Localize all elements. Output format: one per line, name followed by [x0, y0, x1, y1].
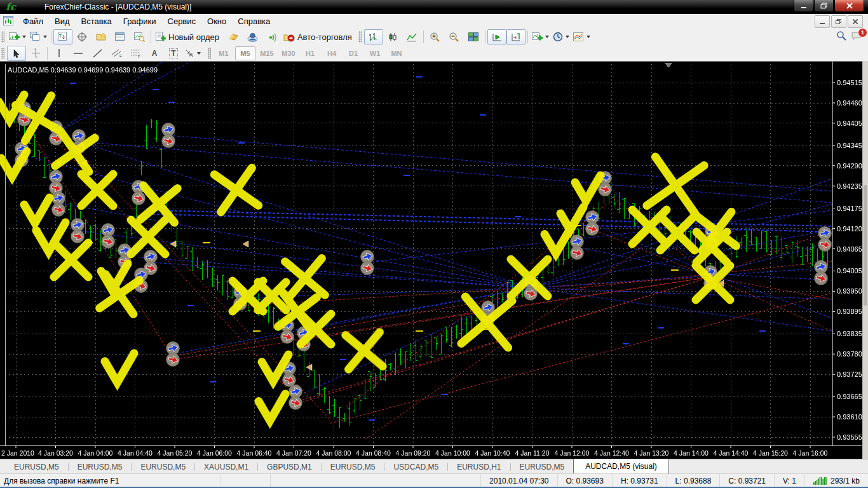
svg-text:0.94005: 0.94005 [837, 267, 862, 274]
svg-text:4 Jan 08:40: 4 Jan 08:40 [356, 449, 391, 457]
scrollbar-thumb[interactable] [864, 185, 867, 306]
community-button[interactable] [243, 29, 262, 44]
strategy-tester-button[interactable] [130, 29, 149, 44]
restore-window-icon[interactable] [814, 0, 834, 12]
timeframe-button-w1[interactable]: W1 [365, 46, 385, 60]
candlestick-chart-button[interactable] [383, 29, 402, 44]
timeframe-button-h1[interactable]: H1 [300, 46, 320, 60]
menu-item-1[interactable]: Вид [49, 15, 76, 28]
menu-bar: ФайлВидВставкаГрафикиСервисОкноСправка [0, 14, 868, 29]
horizontal-line-tool-button[interactable] [69, 46, 88, 61]
svg-text:4 Jan 10:00: 4 Jan 10:00 [435, 449, 470, 457]
cross-annotation [346, 332, 383, 370]
time-scale[interactable]: 2 Jan 20104 Jan 03:204 Jan 04:004 Jan 04… [1, 445, 828, 457]
data-window-button[interactable] [72, 29, 92, 44]
toolbar-grip[interactable] [1, 48, 4, 59]
chart-tab-2[interactable]: EURUSD,M5 [132, 459, 194, 474]
fibonacci-tool-button[interactable]: F [126, 46, 145, 61]
mdi-window-controls [815, 15, 863, 28]
menu-item-2[interactable]: Вставка [76, 15, 118, 28]
auto-scroll-button[interactable] [487, 29, 506, 44]
autotrade-button[interactable]: Авто-торговля [281, 29, 357, 44]
periods-button[interactable] [551, 29, 571, 44]
bar-chart-button[interactable] [364, 29, 383, 44]
toolbar-right-icons: 1 [836, 29, 863, 45]
metaeditor-button[interactable] [224, 29, 243, 44]
new-order-button[interactable]: Новый ордер [153, 29, 224, 44]
menu-item-0[interactable]: Файл [17, 15, 49, 28]
cross-annotation [81, 174, 113, 206]
mdi-close-icon[interactable] [848, 15, 863, 28]
chart-tab-0[interactable]: EURUSD,M5 [5, 459, 68, 474]
price-scale[interactable]: 0.945150.944600.944050.943450.942900.942… [832, 79, 862, 441]
signals-button[interactable] [262, 29, 281, 44]
chart-tab-1[interactable]: EURUSD,M5 [69, 459, 132, 474]
text-tool-button[interactable]: A [145, 46, 164, 61]
timeframe-button-h4[interactable]: H4 [322, 46, 342, 60]
indicators-button[interactable] [530, 29, 551, 44]
timeframe-button-m5[interactable]: M5 [235, 46, 255, 60]
chevron-down-icon [197, 52, 201, 55]
equidistant-channel-tool-button[interactable]: E [107, 46, 126, 61]
chart-shift-button[interactable] [506, 29, 526, 44]
svg-text:0.93665: 0.93665 [837, 393, 862, 400]
mdi-minimize-icon[interactable] [815, 15, 830, 28]
templates-button[interactable] [571, 29, 592, 44]
toolbar-grip[interactable] [208, 48, 211, 59]
chevron-down-icon [545, 36, 549, 38]
arrows-tool-button[interactable] [183, 46, 203, 61]
timeframe-button-m30[interactable]: M30 [278, 46, 299, 60]
chart-tab-4[interactable]: GBPUSD,M1 [258, 459, 321, 474]
text-label-tool-icon: T [169, 48, 177, 58]
market-watch-button[interactable] [53, 29, 72, 44]
profiles-button[interactable] [28, 29, 49, 44]
navigator-button[interactable] [92, 29, 111, 44]
crosshair-tool-button[interactable] [26, 46, 45, 61]
chart-tab-5[interactable]: EURUSD,M5 [322, 459, 384, 474]
cursor-tool-button[interactable] [7, 46, 26, 61]
svg-text:0.94515: 0.94515 [837, 79, 862, 86]
toolbar-grip[interactable] [358, 31, 362, 43]
svg-text:4 Jan 06:40: 4 Jan 06:40 [237, 449, 272, 457]
chevron-down-icon [43, 36, 47, 38]
menu-item-4[interactable]: Сервис [162, 15, 202, 28]
timeframe-button-m1[interactable]: M1 [214, 46, 234, 60]
chart-tab-7[interactable]: EURUSD,H1 [448, 459, 510, 474]
menu-item-3[interactable]: Графики [118, 15, 162, 28]
zoom-in-button[interactable] [426, 29, 445, 44]
line-chart-button[interactable] [402, 29, 421, 44]
search-icon[interactable] [836, 30, 846, 43]
chart-canvas[interactable]: 0.945150.944600.944050.943450.942900.942… [0, 62, 868, 459]
timeframe-button-m15[interactable]: M15 [257, 46, 277, 60]
svg-text:4 Jan 15:20: 4 Jan 15:20 [753, 449, 788, 457]
terminal-button[interactable] [111, 29, 130, 44]
svg-text:4 Jan 10:40: 4 Jan 10:40 [475, 449, 510, 457]
chart-document-icon [3, 16, 13, 27]
toolbar-separator [485, 30, 485, 43]
vertical-line-tool-button[interactable] [50, 46, 69, 61]
chart-tab-6[interactable]: USDCAD,M5 [384, 459, 447, 474]
mdi-restore-icon[interactable] [831, 15, 846, 28]
close-window-icon[interactable] [834, 0, 864, 12]
timeframe-button-mn[interactable]: MN [386, 46, 407, 60]
tile-windows-button[interactable] [464, 29, 483, 44]
timeframe-button-d1[interactable]: D1 [343, 46, 363, 60]
notifications-icon[interactable]: 1 [851, 31, 863, 43]
svg-text:E: E [119, 54, 122, 58]
chart-tab-3[interactable]: XAUUSD,M1 [195, 459, 257, 474]
chart-tab-9[interactable]: AUDCAD,M5 (visual) [573, 459, 669, 474]
new-chart-button[interactable] [7, 29, 28, 44]
trendline-tool-button[interactable] [88, 46, 107, 61]
svg-text:4 Jan 12:00: 4 Jan 12:00 [555, 449, 590, 457]
window-controls [793, 0, 864, 12]
text-label-tool-button[interactable]: T [164, 46, 183, 61]
vertical-scrollbar[interactable] [862, 61, 868, 459]
minimize-window-icon[interactable] [794, 0, 813, 12]
zoom-out-button[interactable] [445, 29, 464, 44]
menu-item-6[interactable]: Справка [232, 15, 276, 28]
menu-item-5[interactable]: Окно [201, 15, 232, 28]
chart-tab-8[interactable]: EURUSD,M5 [511, 459, 574, 474]
toolbar-grip[interactable] [1, 31, 4, 43]
chevron-down-icon [566, 36, 569, 38]
svg-text:0.93780: 0.93780 [837, 350, 862, 358]
